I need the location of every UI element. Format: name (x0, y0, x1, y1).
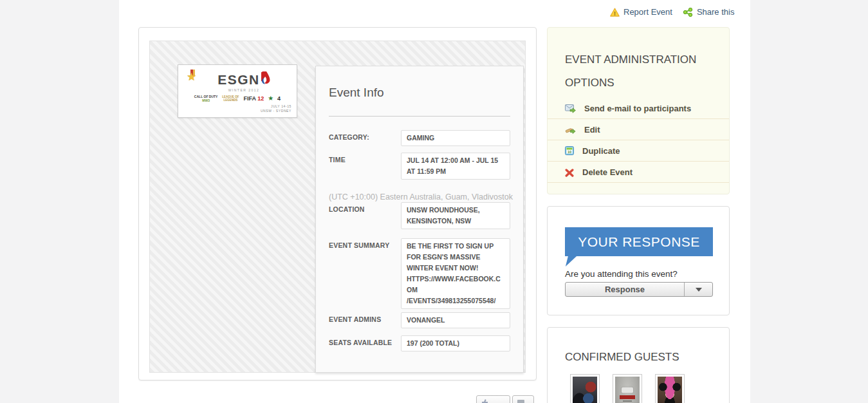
send-email-option[interactable]: Send e-mail to participants (548, 98, 729, 119)
email-icon (565, 104, 576, 113)
category-value: GAMING (401, 130, 510, 146)
svg-text:!: ! (614, 10, 616, 16)
confirmed-guests-heading: CONFIRMED GUESTS (565, 351, 679, 364)
green-star-icon: ★ (268, 95, 273, 102)
thumb-up-icon (482, 399, 488, 403)
admin-options-list: Send e-mail to participants Edit 10 Dupl… (548, 98, 729, 183)
svg-text:10: 10 (568, 150, 571, 154)
guest-avatar-1[interactable] (570, 374, 600, 403)
event-logo-image: ★ ESGN WINTER 2012 CALL OF DUTYMW3 LEAGU… (178, 64, 297, 118)
delete-event-label: Delete Event (582, 167, 633, 177)
confirmed-guests-panel: CONFIRMED GUESTS (547, 327, 730, 403)
seats-available-label: SEATS AVAILABLE (329, 339, 392, 346)
warning-triangle-icon: ! (610, 8, 620, 17)
report-event-label: Report Event (623, 7, 672, 17)
logo-date-text: JULY 14-15 UNSW - SYDNEY (261, 104, 291, 113)
location-label: LOCATION (329, 205, 365, 213)
widget-icon (517, 400, 524, 403)
share-this-link[interactable]: Share this (683, 7, 735, 17)
share-icon (683, 8, 693, 17)
response-dropdown-label: Response (566, 283, 684, 296)
delete-event-option[interactable]: Delete Event (548, 162, 729, 183)
dropdown-caret-segment[interactable] (684, 283, 712, 296)
like-button[interactable] (476, 395, 510, 403)
logo-edition-text: WINTER 2012 (201, 88, 286, 92)
guest-avatar-image (573, 377, 597, 403)
guest-avatar-image (615, 377, 640, 403)
logo-brand-text: ESGN (217, 72, 260, 88)
flame-logo-icon (261, 71, 270, 88)
event-administration-panel: EVENT ADMINISTRATION OPTIONS Send e-mail… (547, 27, 730, 194)
send-email-label: Send e-mail to participants (584, 104, 691, 113)
divider (329, 116, 510, 117)
time-value: JUL 14 AT 12:00 AM - JUL 15 AT 11:59 PM (401, 153, 510, 180)
duplicate-label: Duplicate (582, 146, 620, 156)
edit-label: Edit (584, 125, 600, 135)
top-action-links: ! Report Event Share this (610, 7, 734, 17)
guest-avatar-3[interactable] (655, 374, 685, 403)
medal-icon: ★ (186, 69, 199, 87)
your-response-banner: YOUR RESPONSE (565, 227, 713, 256)
event-info-title: Event Info (329, 86, 384, 100)
timezone-note: (UTC +10:00) Eastern Australia, Guam, Vl… (329, 192, 515, 202)
guest-avatar-image (658, 377, 682, 403)
share-count-button[interactable] (512, 395, 534, 403)
edit-option[interactable]: Edit (548, 119, 729, 140)
duplicate-calendar-icon: 10 (565, 146, 574, 155)
event-admins-label: EVENT ADMINS (329, 315, 381, 323)
attending-question: Are you attending this event? (565, 269, 678, 279)
category-label: CATEGORY: (329, 133, 369, 141)
event-card: ★ ESGN WINTER 2012 CALL OF DUTYMW3 LEAGU… (138, 27, 537, 380)
event-header-hatched-area: ★ ESGN WINTER 2012 CALL OF DUTYMW3 LEAGU… (149, 41, 526, 373)
event-summary-label: EVENT SUMMARY (329, 241, 389, 249)
event-summary-value: BE THE FIRST TO SIGN UP FOR ESGN'S MASSI… (401, 238, 510, 309)
your-response-panel: YOUR RESPONSE Are you attending this eve… (547, 206, 730, 315)
edit-pencil-icon (565, 125, 576, 135)
event-admins-value: VONANGEL (401, 312, 510, 328)
duplicate-option[interactable]: 10 Duplicate (548, 140, 729, 162)
report-event-link[interactable]: ! Report Event (610, 7, 672, 17)
share-this-label: Share this (697, 7, 735, 17)
chevron-down-icon (696, 288, 702, 292)
logo-game-titles: CALL OF DUTYMW3 LEAGUE OF LEGENDS FIFA 1… (182, 95, 293, 102)
seats-available-value: 197 (200 TOTAL) (401, 335, 510, 351)
event-page: ! Report Event Share this ★ ESGN (0, 0, 868, 403)
response-dropdown[interactable]: Response (565, 282, 713, 297)
banner-tail (566, 256, 577, 267)
guest-avatar-2[interactable] (613, 374, 642, 403)
time-label: TIME (329, 156, 346, 164)
delete-x-icon (565, 168, 574, 176)
admin-panel-heading: EVENT ADMINISTRATION OPTIONS (565, 48, 716, 95)
event-info-panel: Event Info CATEGORY: GAMING TIME JUL 14 … (315, 66, 524, 373)
location-value: UNSW ROUNDHOUSE, KENSINGTON, NSW (401, 202, 510, 229)
